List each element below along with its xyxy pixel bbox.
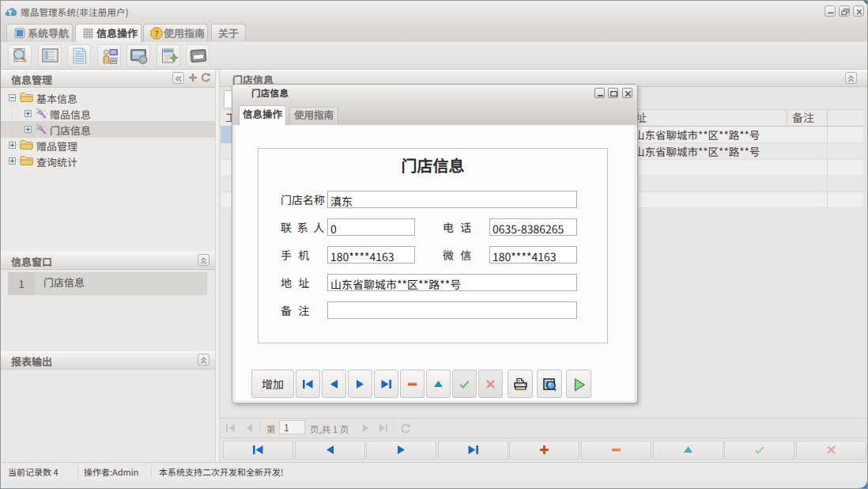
svg-text:?: ?	[155, 27, 159, 39]
